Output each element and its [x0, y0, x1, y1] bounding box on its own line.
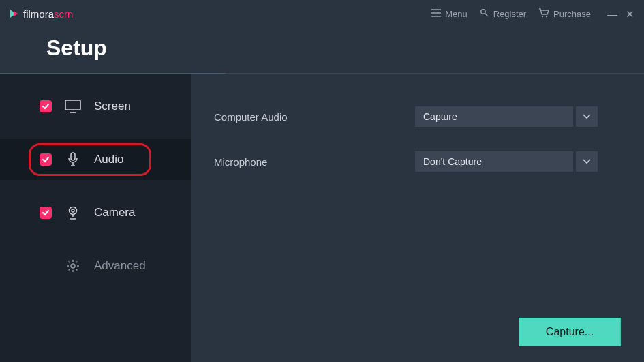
setting-row-computer-audio: Computer Audio Capture — [214, 106, 621, 127]
sidebar-item-audio[interactable]: Audio — [0, 139, 191, 180]
svg-point-5 — [70, 207, 77, 215]
sidebar: Screen Audio Camera — [0, 74, 191, 362]
sidebar-item-advanced[interactable]: Advanced — [0, 245, 191, 286]
brand-name: filmora — [23, 8, 54, 20]
sidebar-item-label: Camera — [94, 206, 135, 220]
chevron-down-icon[interactable] — [576, 106, 598, 127]
sidebar-item-label: Advanced — [94, 259, 146, 273]
cart-icon — [538, 8, 549, 20]
setting-row-microphone: Microphone Don't Capture — [214, 151, 621, 172]
register-button[interactable]: Register — [480, 8, 526, 20]
register-label: Register — [493, 9, 526, 19]
close-button[interactable]: ✕ — [626, 9, 634, 19]
hamburger-icon — [431, 9, 441, 19]
window-controls: — ✕ — [607, 9, 634, 19]
content: Screen Audio Camera — [0, 74, 644, 362]
menu-label: Menu — [445, 9, 467, 19]
purchase-label: Purchase — [553, 9, 591, 19]
brand-suffix: scrn — [54, 8, 73, 20]
capture-button[interactable]: Capture... — [519, 318, 621, 346]
svg-rect-3 — [65, 100, 80, 110]
camera-icon — [64, 205, 82, 220]
titlebar-actions: Menu Register Purchase — ✕ — [431, 8, 634, 20]
titlebar: filmorascrn Menu Register Purchase — ✕ — [0, 0, 644, 27]
checkbox-camera[interactable] — [40, 207, 52, 219]
sidebar-item-screen[interactable]: Screen — [0, 86, 191, 127]
settings-panel: Computer Audio Capture Microphone Don't … — [191, 74, 644, 362]
checkbox-advanced-placeholder — [40, 260, 52, 272]
brand-logo-icon — [8, 8, 19, 19]
purchase-button[interactable]: Purchase — [538, 8, 591, 20]
minimize-button[interactable]: — — [607, 9, 617, 19]
setting-label: Microphone — [214, 156, 415, 168]
select-value[interactable]: Capture — [415, 106, 573, 127]
page-title: Setup — [0, 27, 644, 73]
menu-button[interactable]: Menu — [431, 9, 467, 19]
select-value[interactable]: Don't Capture — [415, 151, 573, 172]
sidebar-item-label: Screen — [94, 100, 131, 113]
sidebar-item-label: Audio — [94, 153, 123, 166]
checkbox-screen[interactable] — [40, 100, 52, 112]
svg-point-2 — [546, 15, 547, 16]
monitor-icon — [64, 100, 82, 113]
app-brand: filmorascrn — [8, 8, 73, 20]
svg-point-6 — [72, 209, 74, 212]
gear-icon — [64, 258, 82, 273]
microphone-icon — [64, 152, 82, 167]
checkbox-audio[interactable] — [40, 153, 52, 166]
computer-audio-select[interactable]: Capture — [415, 106, 598, 127]
microphone-select[interactable]: Don't Capture — [415, 151, 598, 172]
setting-label: Computer Audio — [214, 111, 415, 123]
svg-point-0 — [480, 9, 485, 13]
svg-rect-4 — [71, 153, 75, 160]
chevron-down-icon[interactable] — [576, 151, 598, 172]
svg-point-7 — [71, 264, 75, 268]
svg-point-1 — [542, 15, 543, 16]
key-icon — [480, 8, 489, 20]
sidebar-item-camera[interactable]: Camera — [0, 192, 191, 233]
